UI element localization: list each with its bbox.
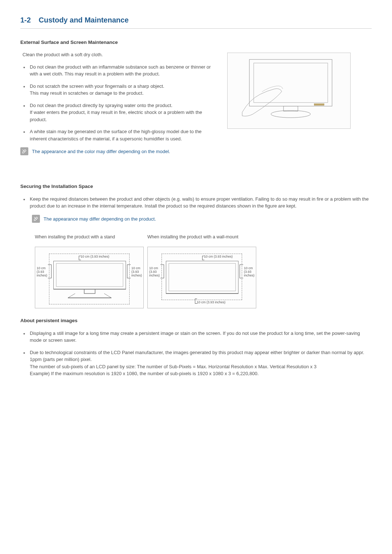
figure-wallmount-caption: When installing the product with a wall-… [147,234,256,241]
figure-stand: When installing the product with a stand… [35,234,144,309]
svg-rect-5 [53,261,126,289]
installation-heading: Securing the Installation Space [20,183,372,190]
maintenance-text-column: Clean the product with a soft dry cloth.… [20,51,216,166]
list-item: A white stain may be generated on the su… [30,128,216,142]
figure-wallmount-diagram: 10 cm (3.93 inches) 10 cm (3.93 inches) … [147,247,256,308]
section-number: 1-2 [20,16,31,24]
distance-right-label: 10 cm (3.93 inches) [244,267,254,278]
persistent-bullet-list: Displaying a still image for a long time… [20,330,372,377]
svg-rect-0 [249,59,332,106]
distance-bottom-label: 10 cm (3.93 inches) [197,301,225,304]
list-item: Displaying a still image for a long time… [30,330,372,344]
monitor-cleaning-illustration [227,53,351,129]
distance-top-label: 10 cm (3.93 inches) [204,255,233,259]
distance-left-label: 10 cm (3.93 inches) [149,267,160,278]
distance-top-label: 10 cm (3.93 inches) [81,255,109,259]
figure-wallmount: When installing the product with a wall-… [147,234,256,309]
installation-bullet-list: Keep the required distances between the … [20,196,372,210]
list-item: Do not clean the product directly by spr… [30,102,216,123]
maintenance-intro: Clean the product with a soft dry cloth. [20,51,216,58]
figure-stand-caption: When installing the product with a stand [35,234,144,241]
svg-rect-12 [169,263,236,291]
svg-rect-1 [254,63,328,103]
list-item: Keep the required distances between the … [30,196,372,210]
svg-rect-11 [166,261,238,294]
svg-rect-7 [84,289,95,294]
svg-rect-6 [56,263,123,287]
maintenance-heading: External Surface and Screen Maintenance [20,39,372,46]
note-text: The appearance may differ depending on t… [44,215,372,223]
list-item: Do not scratch the screen with your fing… [30,83,216,97]
note-icon [20,147,28,155]
list-item: Due to technological constraints of the … [30,349,372,377]
note-text: The appearance and the color may differ … [32,147,170,155]
svg-line-9 [68,294,75,298]
distance-left-label: 10 cm (3.93 inches) [37,267,47,278]
distance-right-label: 10 cm (3.93 inches) [131,267,142,278]
svg-rect-4 [314,104,324,106]
maintenance-illustration-column [227,51,351,166]
maintenance-bullet-list: Do not clean the product with an inflamm… [20,63,216,143]
note-icon [32,215,40,223]
maintenance-note: The appearance and the color may differ … [20,147,216,155]
persistent-heading: About persistent images [20,317,372,324]
installation-note: The appearance may differ depending on t… [32,215,372,223]
svg-point-3 [271,111,310,118]
list-item: Do not clean the product with an inflamm… [30,63,216,78]
section-title-text: Custody and Maintenance [38,16,128,24]
figure-stand-diagram: 10 cm (3.93 inches) 10 cm (3.93 inches) … [35,247,144,308]
svg-line-10 [104,294,111,298]
section-title: 1-2 Custody and Maintenance [20,15,372,29]
